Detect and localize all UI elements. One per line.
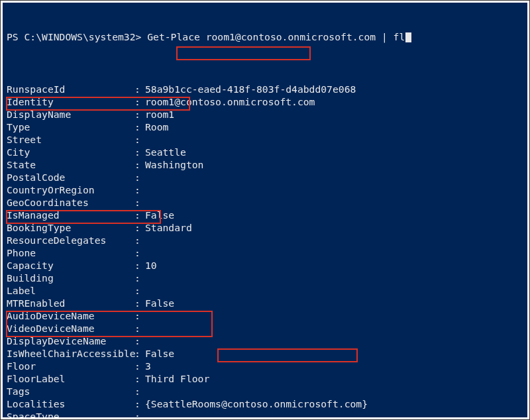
property-value: Standard [145,221,192,234]
output-row: RunspaceId: 58a9b1cc-eaed-418f-803f-d4ab… [7,83,526,95]
property-value: False [145,347,174,360]
output-row: Identity: room1@contoso.onmicrosoft.com [7,95,526,108]
colon: : [134,158,145,171]
output-row: PostalCode: [7,171,526,184]
colon: : [134,209,145,221]
property-value: Washington [145,158,203,171]
output-row: Type: Room [7,121,526,133]
colon: : [134,372,145,385]
property-value: Seattle [145,146,186,158]
colon: : [134,347,145,360]
output-row: SpaceType: [7,410,526,417]
property-key: Localities [7,397,134,410]
colon: : [134,171,145,184]
property-value: 3 [145,360,151,372]
output-row: Label: [7,284,526,297]
output-row: ResourceDelegates: [7,234,526,246]
property-key: Label [7,284,134,297]
output-row: Street: [7,133,526,146]
colon: : [134,322,145,335]
property-key: IsManaged [7,209,134,221]
property-key: CountryOrRegion [7,184,134,196]
property-key: MTREnabled [7,297,134,309]
property-value: False [145,297,174,309]
highlight-box [176,46,311,60]
property-key: IsWheelChairAccessible [7,347,134,360]
property-key: Building [7,272,134,284]
colon: : [134,297,145,309]
colon: : [134,397,145,410]
prompt-command: Get-Place room1@contoso.onmicrosoft.com … [147,31,405,42]
colon: : [134,385,145,397]
output-row: DisplayDeviceName: [7,335,526,347]
output-row: VideoDeviceName: [7,322,526,335]
colon: : [134,360,145,372]
property-key: VideoDeviceName [7,322,134,335]
colon: : [134,83,145,95]
property-key: RunspaceId [7,83,134,95]
colon: : [134,335,145,347]
property-value: 10 [145,259,157,272]
colon: : [134,259,145,272]
property-value: Room [145,121,168,133]
output-row: City: Seattle [7,146,526,158]
property-key: BookingType [7,221,134,234]
property-key: ResourceDelegates [7,234,134,246]
output-row: IsManaged: False [7,209,526,221]
output-row: AudioDeviceName: [7,309,526,322]
powershell-terminal[interactable]: PS C:\WINDOWS\system32> Get-Place room1@… [3,3,527,417]
prompt-line: PS C:\WINDOWS\system32> Get-Place room1@… [7,30,526,43]
property-key: Tags [7,385,134,397]
property-key: DisplayName [7,108,134,121]
colon: : [134,196,145,209]
output-list: RunspaceId: 58a9b1cc-eaed-418f-803f-d4ab… [7,83,526,417]
output-row: Capacity: 10 [7,259,526,272]
window-frame: PS C:\WINDOWS\system32> Get-Place room1@… [0,0,530,420]
output-row: BookingType: Standard [7,221,526,234]
prompt-prefix: PS C:\WINDOWS\system32> [7,31,147,42]
colon: : [134,108,145,121]
colon: : [134,133,145,146]
output-row: State: Washington [7,158,526,171]
colon: : [134,234,145,246]
property-key: Street [7,133,134,146]
output-row: DisplayName: room1 [7,108,526,121]
output-row: Floor: 3 [7,360,526,372]
output-row: Phone: [7,246,526,259]
output-row: MTREnabled: False [7,297,526,309]
property-value: False [145,209,174,221]
colon: : [134,221,145,234]
property-key: SpaceType [7,410,134,417]
output-row: IsWheelChairAccessible: False [7,347,526,360]
output-row: Tags: [7,385,526,397]
output-row: FloorLabel: Third Floor [7,372,526,385]
property-key: Capacity [7,259,134,272]
property-key: State [7,158,134,171]
output-row: Building: [7,272,526,284]
property-key: City [7,146,134,158]
colon: : [134,410,145,417]
property-key: GeoCoordinates [7,196,134,209]
colon: : [134,121,145,133]
property-key: Type [7,121,134,133]
property-value: room1 [145,108,174,121]
output-row: Localities: {SeattleRooms@contoso.onmicr… [7,397,526,410]
cursor [405,32,411,42]
property-key: Phone [7,246,134,259]
property-value: {SeattleRooms@contoso.onmicrosoft.com} [145,397,368,410]
property-value: 58a9b1cc-eaed-418f-803f-d4abdd07e068 [145,83,356,95]
property-key: FloorLabel [7,372,134,385]
colon: : [134,246,145,259]
output-row: CountryOrRegion: [7,184,526,196]
output-row: GeoCoordinates: [7,196,526,209]
colon: : [134,184,145,196]
property-key: AudioDeviceName [7,309,134,322]
property-key: PostalCode [7,171,134,184]
property-value: Third Floor [145,372,209,385]
colon: : [134,309,145,322]
property-key: Identity [7,95,134,108]
colon: : [134,284,145,297]
colon: : [134,146,145,158]
colon: : [134,95,145,108]
property-key: Floor [7,360,134,372]
